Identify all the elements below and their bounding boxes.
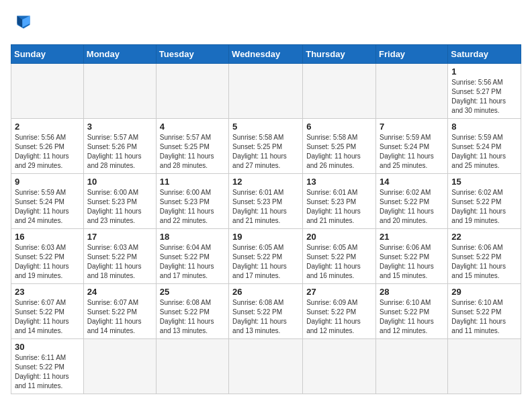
day-info: Sunrise: 6:03 AM Sunset: 5:22 PM Dayligh…: [15, 243, 80, 281]
weekday-header-monday: Monday: [83, 45, 156, 64]
day-number: 9: [15, 177, 80, 187]
day-number: 23: [15, 287, 80, 297]
day-number: 19: [232, 232, 299, 242]
weekday-header-wednesday: Wednesday: [229, 45, 303, 64]
day-info: Sunrise: 6:08 AM Sunset: 5:22 PM Dayligh…: [160, 298, 225, 336]
calendar-day-cell: [303, 339, 376, 394]
day-number: 10: [87, 177, 152, 187]
day-info: Sunrise: 6:06 AM Sunset: 5:22 PM Dayligh…: [451, 243, 517, 281]
calendar-week-row: 16Sunrise: 6:03 AM Sunset: 5:22 PM Dayli…: [11, 229, 521, 284]
weekday-header-thursday: Thursday: [303, 45, 376, 64]
day-info: Sunrise: 5:56 AM Sunset: 5:27 PM Dayligh…: [451, 78, 517, 116]
day-number: 22: [451, 232, 517, 242]
day-info: Sunrise: 5:57 AM Sunset: 5:25 PM Dayligh…: [160, 133, 225, 171]
day-number: 21: [380, 232, 444, 242]
day-number: 20: [306, 232, 372, 242]
day-number: 8: [451, 122, 517, 132]
calendar-day-cell: 19Sunrise: 6:05 AM Sunset: 5:22 PM Dayli…: [229, 229, 303, 284]
day-number: 14: [380, 177, 444, 187]
logo: [11, 11, 40, 36]
logo-icon: [11, 11, 36, 36]
day-number: 27: [306, 287, 372, 297]
calendar-day-cell: 16Sunrise: 6:03 AM Sunset: 5:22 PM Dayli…: [11, 229, 84, 284]
weekday-header-sunday: Sunday: [11, 45, 84, 64]
day-number: 7: [380, 122, 444, 132]
day-info: Sunrise: 5:58 AM Sunset: 5:25 PM Dayligh…: [232, 133, 299, 171]
day-info: Sunrise: 5:59 AM Sunset: 5:24 PM Dayligh…: [451, 133, 517, 171]
day-info: Sunrise: 6:01 AM Sunset: 5:23 PM Dayligh…: [306, 188, 372, 226]
day-info: Sunrise: 5:59 AM Sunset: 5:24 PM Dayligh…: [380, 133, 444, 171]
calendar-day-cell: [376, 64, 448, 119]
day-info: Sunrise: 6:06 AM Sunset: 5:22 PM Dayligh…: [380, 243, 444, 281]
day-info: Sunrise: 5:57 AM Sunset: 5:26 PM Dayligh…: [87, 133, 152, 171]
calendar-day-cell: [83, 64, 156, 119]
weekday-header-friday: Friday: [376, 45, 448, 64]
day-number: 1: [451, 66, 517, 77]
day-info: Sunrise: 6:09 AM Sunset: 5:22 PM Dayligh…: [306, 298, 372, 336]
calendar-week-row: 9Sunrise: 5:59 AM Sunset: 5:24 PM Daylig…: [11, 174, 521, 229]
day-info: Sunrise: 6:10 AM Sunset: 5:22 PM Dayligh…: [380, 298, 444, 336]
day-number: 11: [160, 177, 225, 187]
calendar-day-cell: 10Sunrise: 6:00 AM Sunset: 5:23 PM Dayli…: [83, 174, 156, 229]
calendar-day-cell: [448, 339, 521, 394]
day-info: Sunrise: 6:02 AM Sunset: 5:22 PM Dayligh…: [451, 188, 517, 226]
calendar-day-cell: [156, 339, 228, 394]
weekday-header-saturday: Saturday: [448, 45, 521, 64]
calendar-week-row: 1Sunrise: 5:56 AM Sunset: 5:27 PM Daylig…: [11, 64, 521, 119]
page-header: [11, 11, 521, 36]
calendar-day-cell: 13Sunrise: 6:01 AM Sunset: 5:23 PM Dayli…: [303, 174, 376, 229]
calendar-day-cell: [83, 339, 156, 394]
day-number: 3: [87, 122, 152, 132]
calendar-day-cell: 20Sunrise: 6:05 AM Sunset: 5:22 PM Dayli…: [303, 229, 376, 284]
calendar-day-cell: 12Sunrise: 6:01 AM Sunset: 5:23 PM Dayli…: [229, 174, 303, 229]
calendar-day-cell: 2Sunrise: 5:56 AM Sunset: 5:26 PM Daylig…: [11, 119, 84, 174]
calendar-day-cell: 1Sunrise: 5:56 AM Sunset: 5:27 PM Daylig…: [448, 64, 521, 119]
day-number: 26: [232, 287, 299, 297]
calendar-day-cell: [11, 64, 84, 119]
calendar-day-cell: [303, 64, 376, 119]
day-info: Sunrise: 6:00 AM Sunset: 5:23 PM Dayligh…: [160, 188, 225, 226]
day-number: 29: [451, 287, 517, 297]
day-info: Sunrise: 6:07 AM Sunset: 5:22 PM Dayligh…: [15, 298, 80, 336]
calendar-day-cell: 8Sunrise: 5:59 AM Sunset: 5:24 PM Daylig…: [448, 119, 521, 174]
calendar-header: SundayMondayTuesdayWednesdayThursdayFrid…: [11, 45, 521, 64]
day-number: 12: [232, 177, 299, 187]
calendar-day-cell: 17Sunrise: 6:03 AM Sunset: 5:22 PM Dayli…: [83, 229, 156, 284]
calendar-day-cell: 25Sunrise: 6:08 AM Sunset: 5:22 PM Dayli…: [156, 284, 228, 339]
calendar-day-cell: 5Sunrise: 5:58 AM Sunset: 5:25 PM Daylig…: [229, 119, 303, 174]
day-number: 6: [306, 122, 372, 132]
weekday-header-row: SundayMondayTuesdayWednesdayThursdayFrid…: [11, 45, 521, 64]
day-number: 25: [160, 287, 225, 297]
day-number: 5: [232, 122, 299, 132]
calendar-day-cell: 30Sunrise: 6:11 AM Sunset: 5:22 PM Dayli…: [11, 339, 84, 394]
calendar-day-cell: 6Sunrise: 5:58 AM Sunset: 5:25 PM Daylig…: [303, 119, 376, 174]
calendar-day-cell: 21Sunrise: 6:06 AM Sunset: 5:22 PM Dayli…: [376, 229, 448, 284]
day-number: 28: [380, 287, 444, 297]
weekday-header-tuesday: Tuesday: [156, 45, 228, 64]
day-number: 16: [15, 232, 80, 242]
calendar-day-cell: 22Sunrise: 6:06 AM Sunset: 5:22 PM Dayli…: [448, 229, 521, 284]
day-info: Sunrise: 6:08 AM Sunset: 5:22 PM Dayligh…: [232, 298, 299, 336]
calendar-day-cell: 4Sunrise: 5:57 AM Sunset: 5:25 PM Daylig…: [156, 119, 228, 174]
calendar-week-row: 2Sunrise: 5:56 AM Sunset: 5:26 PM Daylig…: [11, 119, 521, 174]
day-info: Sunrise: 6:02 AM Sunset: 5:22 PM Dayligh…: [380, 188, 444, 226]
day-number: 24: [87, 287, 152, 297]
calendar-day-cell: 7Sunrise: 5:59 AM Sunset: 5:24 PM Daylig…: [376, 119, 448, 174]
calendar-day-cell: 11Sunrise: 6:00 AM Sunset: 5:23 PM Dayli…: [156, 174, 228, 229]
day-number: 4: [160, 122, 225, 132]
day-number: 17: [87, 232, 152, 242]
calendar-day-cell: 15Sunrise: 6:02 AM Sunset: 5:22 PM Dayli…: [448, 174, 521, 229]
calendar-day-cell: 18Sunrise: 6:04 AM Sunset: 5:22 PM Dayli…: [156, 229, 228, 284]
day-number: 2: [15, 122, 80, 132]
calendar-table: SundayMondayTuesdayWednesdayThursdayFrid…: [11, 44, 521, 394]
day-info: Sunrise: 6:05 AM Sunset: 5:22 PM Dayligh…: [306, 243, 372, 281]
day-info: Sunrise: 6:03 AM Sunset: 5:22 PM Dayligh…: [87, 243, 152, 281]
calendar-day-cell: 29Sunrise: 6:10 AM Sunset: 5:22 PM Dayli…: [448, 284, 521, 339]
calendar-day-cell: 24Sunrise: 6:07 AM Sunset: 5:22 PM Dayli…: [83, 284, 156, 339]
day-number: 18: [160, 232, 225, 242]
day-number: 15: [451, 177, 517, 187]
day-info: Sunrise: 6:10 AM Sunset: 5:22 PM Dayligh…: [451, 298, 517, 336]
day-number: 13: [306, 177, 372, 187]
day-info: Sunrise: 6:11 AM Sunset: 5:22 PM Dayligh…: [15, 353, 80, 391]
calendar-day-cell: [156, 64, 228, 119]
